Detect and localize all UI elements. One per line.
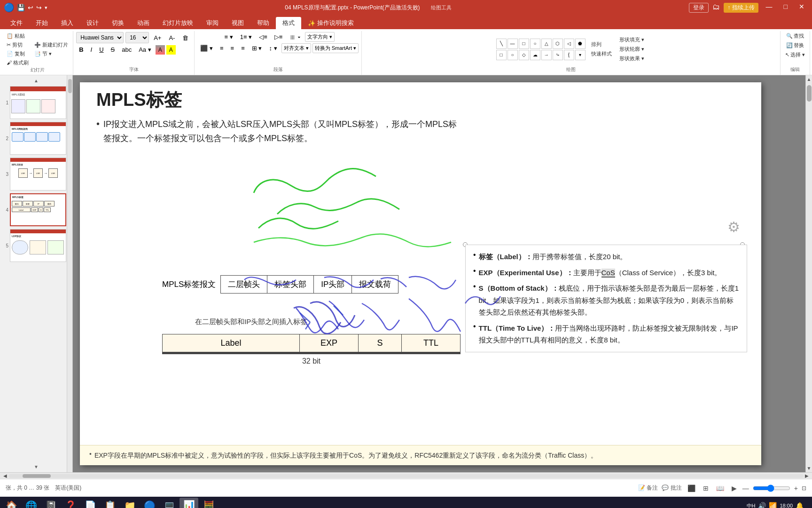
login-button[interactable]: 登录 bbox=[689, 3, 709, 13]
format-painter[interactable]: 🖌 格式刷 bbox=[5, 59, 31, 67]
tab-view[interactable]: 视图 bbox=[225, 17, 250, 29]
slide-thumb-2[interactable]: 2 MPLS网络架构 bbox=[2, 122, 70, 155]
text-direction-btn[interactable]: 文字方向 ▾ bbox=[305, 32, 335, 42]
zoom-out-btn[interactable]: — bbox=[742, 484, 749, 492]
tab-format[interactable]: 格式 bbox=[276, 17, 301, 29]
paste-btn[interactable]: 📋 粘贴 bbox=[5, 32, 31, 40]
taskbar-blue-app[interactable]: 🔵 bbox=[140, 498, 159, 508]
shape-tool-15[interactable]: { bbox=[564, 50, 574, 60]
font-clear-btn[interactable]: 🗑 bbox=[180, 33, 191, 43]
notes-btn[interactable]: 📝 备注 bbox=[638, 484, 658, 492]
quick-save[interactable]: 💾 bbox=[17, 4, 25, 11]
cut-btn[interactable]: ✂ 剪切 bbox=[5, 41, 31, 49]
shape-tool-13[interactable]: → bbox=[541, 50, 552, 60]
textcase-btn[interactable]: Aa ▾ bbox=[136, 45, 154, 55]
align-center-btn[interactable]: ≡ bbox=[217, 43, 226, 53]
tab-transitions[interactable]: 切换 bbox=[105, 17, 131, 29]
tab-file[interactable]: 文件 bbox=[4, 17, 29, 29]
shape-tool-7[interactable]: ◁ bbox=[564, 39, 574, 49]
align-right-btn[interactable]: ≡ bbox=[228, 43, 237, 53]
taskbar-firefox[interactable]: 🌐 bbox=[22, 498, 40, 508]
convert-smartart-btn[interactable]: 转换为 SmartArt ▾ bbox=[312, 43, 359, 53]
justify-btn[interactable]: ≡ bbox=[238, 43, 248, 53]
zoom-in-btn[interactable]: + bbox=[794, 484, 798, 492]
panel-scrollbar[interactable] bbox=[67, 75, 72, 472]
arrange-btn[interactable]: 排列 bbox=[589, 40, 614, 48]
shape-expand[interactable]: ▾ bbox=[575, 50, 586, 60]
fit-window-btn[interactable]: ⊡ bbox=[802, 485, 806, 492]
copy-btn[interactable]: 📄 复制 bbox=[5, 50, 31, 58]
align-text-btn[interactable]: 对齐文本 ▾ bbox=[281, 43, 311, 53]
hscroll-left-arrow[interactable]: ◀ bbox=[2, 473, 8, 478]
canvas-hscrollbar[interactable]: ◀ ▶ bbox=[0, 472, 812, 479]
replace-btn[interactable]: 🔄 替换 bbox=[784, 41, 806, 49]
strikethrough-btn[interactable]: S bbox=[108, 45, 118, 55]
shape-tool-6[interactable]: ⬡ bbox=[553, 39, 563, 49]
taskbar-terminal[interactable]: 💻 bbox=[160, 498, 179, 508]
slide-thumb-1[interactable]: 1 MPLS基础 bbox=[2, 86, 70, 119]
tab-help[interactable]: 帮助 bbox=[250, 17, 276, 29]
align-left-btn[interactable]: ⬛ ▾ bbox=[197, 43, 216, 53]
shape-tool-2[interactable]: — bbox=[508, 39, 518, 49]
minimize-button[interactable]: — bbox=[762, 3, 776, 13]
close-button[interactable]: ✕ bbox=[795, 3, 808, 13]
shape-outline-btn[interactable]: 形状轮廓 ▾ bbox=[617, 45, 646, 53]
slide-thumb-3[interactable]: 3 MPLS转发 LSR → LSR → LSR bbox=[2, 158, 70, 190]
quick-redo[interactable]: ↪ bbox=[36, 4, 42, 11]
font-color-btn[interactable]: A bbox=[156, 45, 165, 55]
num-list-btn[interactable]: 1≡ ▾ bbox=[237, 32, 255, 42]
new-slide-btn[interactable]: ➕ 新建幻灯片 bbox=[32, 41, 70, 49]
shape-tool-14[interactable]: ⤷ bbox=[553, 50, 563, 60]
maximize-button[interactable]: □ bbox=[780, 3, 791, 13]
scroll-down-arrow[interactable]: ▼ bbox=[807, 464, 812, 472]
font-grow-btn[interactable]: A+ bbox=[151, 33, 164, 43]
zoom-slider[interactable] bbox=[753, 484, 790, 492]
font-name-select[interactable]: Huawei Sans bbox=[76, 32, 124, 43]
shape-effect-btn[interactable]: 形状效果 ▾ bbox=[617, 55, 646, 63]
decrease-indent-btn[interactable]: ◁≡ bbox=[256, 32, 270, 42]
tab-slideshow[interactable]: 幻灯片放映 bbox=[156, 17, 200, 29]
increase-indent-btn[interactable]: ▷≡ bbox=[272, 32, 286, 42]
slide-thumb-5[interactable]: 5 LDP协议 bbox=[2, 229, 70, 262]
taskbar-clipboard[interactable]: 📋 bbox=[101, 498, 119, 508]
reading-view-btn[interactable]: 📖 bbox=[714, 484, 726, 493]
panel-scroll-down[interactable]: ▼ bbox=[2, 464, 70, 469]
tab-search[interactable]: ✨ 操作说明搜索 bbox=[301, 17, 360, 29]
shape-tool-1[interactable]: ╲ bbox=[496, 39, 507, 49]
slide-canvas[interactable]: MPLS标签 • IP报文进入MPLS域之前，会被入站LSR压入MPLS头部（又… bbox=[80, 82, 761, 465]
section-btn[interactable]: 📑 节 ▾ bbox=[32, 50, 70, 58]
taskbar-help[interactable]: ❓ bbox=[61, 498, 80, 508]
shape-tool-5[interactable]: △ bbox=[541, 39, 552, 49]
find-btn[interactable]: 🔍 查找 bbox=[784, 32, 806, 40]
select-btn[interactable]: ↖ 选择 ▾ bbox=[783, 51, 807, 59]
quick-styles-btn[interactable]: 快速样式 bbox=[589, 50, 614, 58]
notification-icon[interactable]: 🔔 bbox=[796, 502, 804, 508]
shape-tool-8[interactable]: ⬟ bbox=[575, 39, 586, 49]
highlight-btn[interactable]: A bbox=[166, 45, 176, 55]
layout-icon[interactable]: 🗂 bbox=[712, 3, 720, 13]
panel-scroll-up[interactable]: ▲ bbox=[2, 78, 70, 83]
slide-sorter-btn[interactable]: ⊞ bbox=[701, 484, 710, 493]
slide-thumb-4[interactable]: 4 MPLS标签 帧头 标签 IP 载荷 Label EXP S TTL bbox=[2, 193, 70, 226]
tab-review[interactable]: 审阅 bbox=[200, 17, 225, 29]
shape-tool-12[interactable]: ☁ bbox=[530, 50, 540, 60]
font-size-select[interactable]: 16 bbox=[125, 32, 149, 43]
charspace-btn[interactable]: abc bbox=[119, 45, 134, 55]
tab-design[interactable]: 设计 bbox=[80, 17, 105, 29]
shape-tool-9[interactable]: □ bbox=[496, 50, 507, 60]
bullet-list-btn[interactable]: ≡ ▾ bbox=[222, 32, 236, 42]
italic-btn[interactable]: I bbox=[88, 45, 95, 55]
taskbar-start-btn[interactable]: 🏠 bbox=[2, 498, 21, 508]
shape-tool-4[interactable]: ○ bbox=[530, 39, 540, 49]
taskbar-calculator[interactable]: 🧮 bbox=[199, 498, 218, 508]
shape-tool-10[interactable]: ○ bbox=[508, 50, 518, 60]
taskbar-powerpoint[interactable]: 📊 bbox=[180, 498, 198, 508]
font-shrink-btn[interactable]: A- bbox=[166, 33, 178, 43]
hscrollbar-thumb[interactable] bbox=[23, 474, 51, 478]
tab-animations[interactable]: 动画 bbox=[131, 17, 156, 29]
taskbar-folder[interactable]: 📁 bbox=[120, 498, 139, 508]
taskbar-onenote[interactable]: 📓 bbox=[41, 498, 60, 508]
scrollbar-thumb[interactable] bbox=[807, 85, 812, 102]
scroll-up-arrow[interactable]: ▲ bbox=[807, 75, 812, 83]
col-btn[interactable]: ⫼ ▾ bbox=[287, 32, 304, 42]
